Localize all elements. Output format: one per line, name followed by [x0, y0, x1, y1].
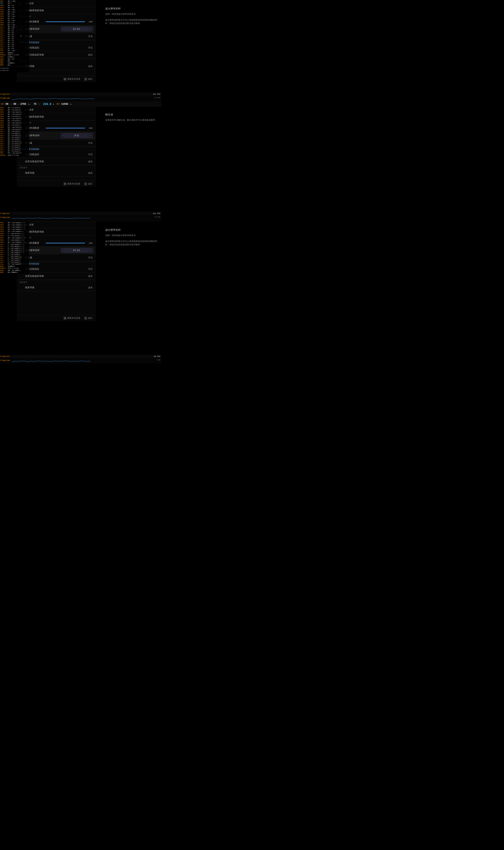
frametime-row-1: Frametime 2.3 ms	[0, 96, 161, 101]
frame-gen-value: 开启	[88, 35, 92, 38]
framerate-bar-1: 412 FPS	[12, 93, 161, 95]
s3-framegen-val: 开启	[88, 256, 92, 259]
back-label-3: 返回	[88, 317, 92, 320]
sharpness-slider-fill	[46, 21, 85, 22]
framerate-section-3: Framerate 98 FPS Frametime 4 ms	[0, 355, 161, 363]
s3-sharpness-slider[interactable]: 100	[46, 242, 92, 245]
dlss-selector[interactable]: ＜ DLSS ＞	[61, 27, 92, 31]
s2-slider-track[interactable]	[46, 128, 85, 128]
s2-dlss-label: 超分辨率采样	[24, 134, 61, 137]
s3-dlss-text: DLSS	[73, 249, 80, 251]
ray-tracing-label: 全景光线追踪	[19, 46, 88, 50]
s2-slider-val: 100	[87, 127, 92, 129]
back-label: 返回	[88, 77, 92, 80]
reset-label: 重置本页设置	[67, 77, 80, 80]
sharpness-slider-container[interactable]: 100	[46, 21, 92, 23]
s3-dlss-selector[interactable]: ＜ DLSS ＞	[61, 248, 92, 253]
frametime-graph-3: 4 ms	[12, 359, 161, 362]
s2-slider-fill	[46, 128, 85, 128]
s2-quality: 画质细节	[17, 165, 95, 169]
framerate-bar-2: 412 FPS	[12, 213, 161, 215]
cpu-temp-header-2: 73	[34, 103, 36, 106]
dlss-prev-arrow[interactable]: ＜	[62, 28, 65, 31]
reset-btn-1[interactable]: ⟲ 重置本页设置	[64, 77, 80, 80]
framerate-bar-3: 98 FPS	[12, 356, 161, 358]
frametime-val-1: 2.3 ms	[155, 97, 160, 98]
s2-ray-level-val: 超高	[88, 160, 92, 163]
section-1: CPU46°C26% CPU19°C CPU₀46°C 2% CPU₁46°C …	[0, 0, 161, 93]
reset-icon: ⟲	[64, 78, 66, 80]
reset-btn-3[interactable]: ⟲ 重置本页设置	[64, 317, 80, 320]
s2-quality-level-label: 画质等级	[19, 171, 88, 175]
fps-display-3: 98 FPS	[154, 356, 160, 358]
s3-slider-track[interactable]	[46, 243, 85, 243]
s2-ray-level[interactable]: 全景光线追踪等级 超高	[17, 158, 95, 165]
s3-quality: 画质细节	[17, 280, 95, 284]
info-desc2-1: 超分辨率采样算法可以让游戏画面保持锐利和清晰的同时，降低渲染的性能消耗并提升帧率…	[105, 18, 158, 25]
back-btn-2[interactable]: ← 返回	[84, 182, 92, 185]
s2-ray-level-label: 全景光线追踪等级	[19, 160, 88, 163]
s3-ray-val: 开启	[88, 268, 92, 271]
s2-apply-label: 应用推荐画质等级	[24, 115, 92, 119]
s3-recommended-label: 推荐设置	[24, 223, 92, 226]
frametime-val-3: 4 ms	[157, 359, 160, 361]
s3-quality-level-label: 画质等级	[19, 286, 88, 289]
framerate-row-1: Framerate 412 FPS	[0, 93, 161, 96]
fps-display-2: 412 FPS	[153, 213, 160, 215]
quality-level-value: 超高	[88, 65, 92, 68]
frametime-label-2: Frametime	[0, 217, 10, 219]
bottom-bar-3: ⟲ 重置本页设置 ← 返回	[17, 315, 95, 321]
ray-tracing-level-value: 超高	[88, 53, 92, 56]
hw-monitor-3: CPU₀28°C62%5500MHz8.3* CPU₁34°C62%5500MH…	[0, 221, 29, 274]
reset-btn-2[interactable]: ⟲ 重置本页设置	[64, 182, 80, 185]
frametime-row-2: Frametime 2.3 ms	[0, 215, 161, 220]
dlss-next-arrow[interactable]: ＞	[89, 28, 92, 31]
s2-dlss-selector[interactable]: ＜ 开启 ＞	[61, 133, 92, 138]
framerate-section-1: Framerate 412 FPS Frametime 2.3 ms	[0, 93, 161, 101]
info-desc2-3: 超分辨率采样算法可以让游戏画面保持锐利和清晰的同时，降低渲染的性能消耗并提升帧率…	[105, 240, 158, 247]
recommended-settings-label: 推荐设置	[24, 2, 92, 5]
sharpness-slider-track[interactable]	[46, 21, 85, 22]
mem-val-2: 11502	[61, 103, 68, 106]
fps-header-2: 236.0	[43, 103, 51, 106]
info-desc1-1: 选择一种游戏超分辨率采样技术。	[105, 13, 158, 16]
s2-sharpness-slider[interactable]: 100	[46, 127, 92, 129]
s2-dlss-prev[interactable]: ＜	[62, 134, 65, 137]
s3-dlss-next[interactable]: ＞	[89, 249, 92, 252]
back-label-2: 返回	[88, 182, 92, 185]
back-btn-3[interactable]: ← 返回	[84, 317, 92, 320]
info-panel-2: 帧生成 设置是否开启帧生成。帧生成技术可以显著提高帧率。	[102, 110, 160, 126]
reset-icon-3: ⟲	[64, 317, 66, 320]
s3-quality-level-val: 超高	[88, 286, 92, 289]
frametime-graph-2: 2.3 ms	[12, 216, 161, 219]
frametime-label-3: Frametime	[0, 360, 10, 362]
framerate-label-2: Framerate	[0, 213, 10, 215]
quality-level-label: 画质等级	[19, 65, 88, 68]
s2-recommended-label: 推荐设置	[24, 108, 92, 111]
s2-quality-level[interactable]: 画质等级 超高	[17, 169, 95, 177]
info-desc1-3: 选择一种游戏超分辨率采样技术。	[105, 234, 158, 237]
page-wrapper: CPU46°C26% CPU19°C CPU₀46°C 2% CPU₁46°C …	[0, 0, 161, 363]
mem-label-2: MEM	[56, 103, 60, 105]
framerate-label-3: Framerate	[0, 356, 10, 358]
info-panel-1: 超分辨率采样 选择一种游戏超分辨率采样技术。 超分辨率采样算法可以让游戏画面保持…	[102, 4, 160, 30]
gpu-temp-2: 56	[5, 103, 8, 106]
s2-dlss-text: 开启	[74, 134, 79, 137]
framerate-section-2: Framerate 412 FPS Frametime 2.3 ms	[0, 212, 161, 220]
bottom-bar-1: ⟲ 重置本页设置 ← 返回	[17, 76, 95, 82]
reset-label-2: 重置本页设置	[67, 182, 80, 185]
frametime-graph-1: 2.3 ms	[12, 96, 161, 100]
frametime-val-2: 2.3 ms	[155, 216, 160, 218]
s3-dlss-prev[interactable]: ＜	[62, 249, 65, 252]
s3-dlss-label: 超分辨率采样	[24, 249, 61, 252]
section-3: CPU₀28°C62%5500MHz8.3* CPU₁34°C62%5500MH…	[0, 221, 161, 355]
reset-label-3: 重置本页设置	[67, 317, 80, 320]
hw-monitor-2: CPU₀46°C 2%5327MHz CPU₁46°C 0%5327MHz CP…	[0, 106, 29, 157]
back-btn-1[interactable]: ← 返回	[84, 77, 92, 80]
sharpness-value: 100	[87, 21, 92, 23]
s3-quality-level[interactable]: 画质等级 超高	[17, 284, 95, 291]
framerate-label-1: Framerate	[0, 93, 10, 95]
s2-quality-level-val: 超高	[88, 171, 92, 175]
back-icon-2: ←	[84, 182, 87, 185]
s2-dlss-next[interactable]: ＞	[89, 134, 92, 137]
